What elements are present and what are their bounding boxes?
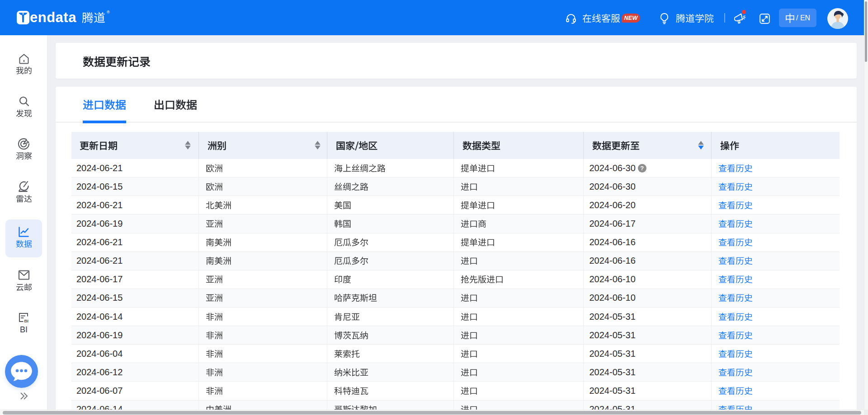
- svg-text:BI: BI: [24, 318, 29, 323]
